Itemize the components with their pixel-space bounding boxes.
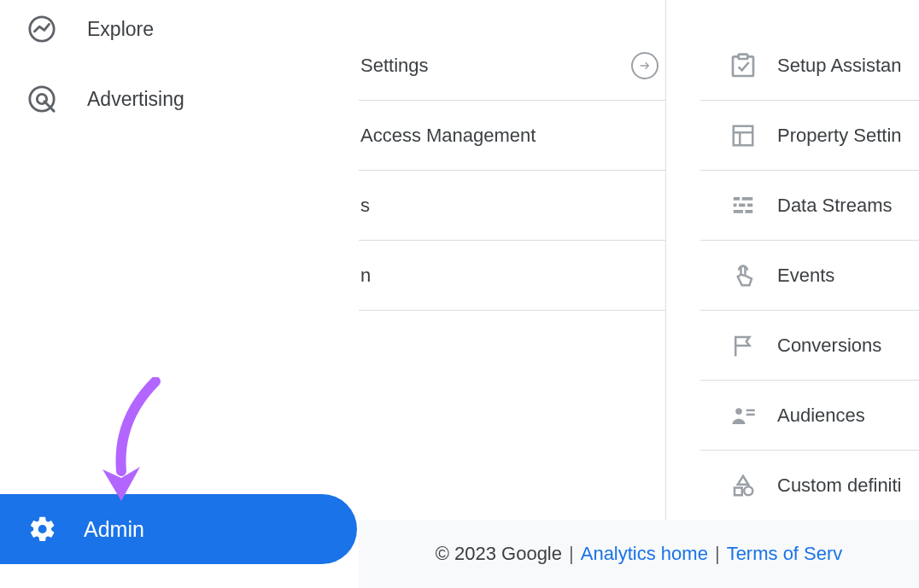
svg-rect-17 [746,409,755,411]
footer-link-analytics-home[interactable]: Analytics home [581,543,708,565]
move-right-icon[interactable] [631,52,659,79]
sidebar-item-label: Explore [87,18,154,41]
svg-rect-8 [734,197,740,201]
gear-icon [26,512,60,546]
property-item-label: Property Settin [777,125,902,147]
sidebar-item-label: Advertising [87,88,184,111]
annotation-arrow [96,377,173,505]
shapes-icon [728,470,758,501]
sidebar-item-admin[interactable]: Admin [0,494,357,564]
property-item-conversions[interactable]: Conversions [700,311,919,381]
account-settings-column: Settings Access Management s n [359,0,666,588]
property-item-setup-assistant[interactable]: Setup Assistan [700,31,919,101]
explore-icon [26,13,58,45]
footer-copyright: © 2023 Google [436,543,562,565]
settings-item-account-settings[interactable]: Settings [359,31,665,101]
sidebar-item-advertising[interactable]: Advertising [0,75,359,123]
sidebar-item-explore[interactable]: Explore [0,5,359,53]
settings-item-access-management[interactable]: Access Management [359,101,665,171]
target-icon [26,83,58,115]
flag-icon [728,330,758,361]
property-item-label: Data Streams [777,195,893,217]
left-sidebar: Explore Advertising Admin [0,0,359,588]
property-item-label: Events [777,265,834,287]
settings-item-label: Settings [360,55,429,77]
sidebar-item-label: Admin [84,517,144,542]
property-item-label: Audiences [777,405,865,427]
property-item-label: Custom definiti [777,474,902,497]
settings-item-label: Access Management [360,125,536,147]
svg-rect-9 [742,197,753,201]
svg-rect-18 [746,413,755,416]
property-item-custom-definitions[interactable]: Custom definiti [700,451,919,520]
page-footer: © 2023 Google | Analytics home | Terms o… [359,520,919,588]
property-item-data-streams[interactable]: Data Streams [700,171,919,241]
property-item-property-settings[interactable]: Property Settin [700,101,919,171]
svg-rect-13 [734,210,743,213]
svg-point-21 [744,486,752,495]
svg-rect-14 [746,210,753,213]
settings-item-truncated-2[interactable]: n [359,241,665,311]
data-streams-icon [728,190,758,221]
svg-rect-5 [734,125,753,145]
svg-rect-10 [734,203,737,207]
settings-item-label: n [360,265,371,287]
checkbox-icon [728,50,758,81]
property-settings-column: Setup Assistan Property Settin Data Stre… [700,0,919,520]
layout-icon [728,120,758,151]
svg-point-16 [735,408,742,415]
footer-link-terms[interactable]: Terms of Serv [727,543,843,565]
footer-separator: | [715,543,720,565]
svg-rect-12 [747,203,752,207]
svg-marker-19 [738,476,749,485]
svg-rect-11 [739,203,746,207]
footer-separator: | [569,543,574,565]
property-item-audiences[interactable]: Audiences [700,381,919,451]
svg-rect-20 [735,488,742,496]
property-item-label: Setup Assistan [777,55,902,77]
property-item-label: Conversions [777,335,881,357]
settings-item-label: s [360,195,370,217]
audiences-icon [728,400,758,431]
svg-rect-4 [739,54,748,58]
touch-icon [728,260,758,291]
property-item-events[interactable]: Events [700,241,919,311]
settings-item-truncated-1[interactable]: s [359,171,665,241]
